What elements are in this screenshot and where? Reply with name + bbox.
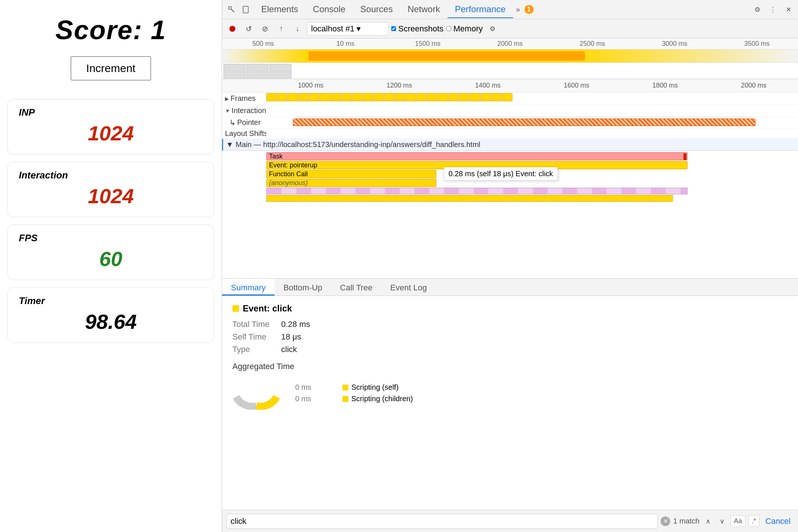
frame-block <box>438 93 448 101</box>
frame-block <box>341 93 352 101</box>
screenshots-option: Screenshots <box>391 24 443 34</box>
main-thread-expand-icon[interactable]: ▼ <box>226 140 233 149</box>
ruler-tick-2: 1500 ms <box>386 40 469 48</box>
frame-block <box>406 93 416 101</box>
self-time-val: 18 μs <box>281 332 301 342</box>
type-key: Type <box>232 345 277 354</box>
ruler-tick-1: 10 ms <box>304 40 387 48</box>
search-bar: ✕ 1 match ∧ ∨ Aa .* Cancel <box>222 510 798 532</box>
search-clear-button[interactable]: ✕ <box>661 516 670 526</box>
task-bar-task-label: Task <box>269 153 283 160</box>
tab-event-log[interactable]: Event Log <box>381 279 436 296</box>
tab-call-tree[interactable]: Call Tree <box>331 279 381 296</box>
tab-performance[interactable]: Performance <box>447 1 513 18</box>
device-icon[interactable] <box>239 3 252 16</box>
task-red-marker <box>683 153 686 160</box>
tab-sources[interactable]: Sources <box>353 1 400 18</box>
task-bar-task[interactable]: Task <box>266 152 688 160</box>
pointer-label: ↳ Pointer <box>222 117 266 129</box>
inp-card: INP 1024 <box>7 99 214 154</box>
tab-console[interactable]: Console <box>306 1 353 18</box>
frame-block <box>416 93 427 101</box>
tab-summary[interactable]: Summary <box>222 279 274 296</box>
pointer-bar <box>293 119 756 126</box>
ruler-tick-4: 2500 ms <box>551 40 634 48</box>
devtools-tab-bar: Elements Console Sources Network Perform… <box>254 1 533 18</box>
memory-checkbox[interactable] <box>446 26 451 31</box>
tab-network[interactable]: Network <box>400 1 447 18</box>
agg-content: 0 ms Scripting (self) 0 ms Scripting (ch… <box>232 376 788 410</box>
layout-shifts-label: Layout Shifts <box>222 128 266 139</box>
inp-value: 1024 <box>19 121 203 145</box>
devtools-toolbar-right: ⚙ ⋮ ✕ <box>751 3 795 16</box>
more-options-icon[interactable]: ⋮ <box>766 3 780 16</box>
search-next-button[interactable]: ∨ <box>716 516 727 527</box>
timeline-overview[interactable]: 500 ms 10 ms 1500 ms 2000 ms 2500 ms 300… <box>222 38 798 79</box>
case-sensitive-button[interactable]: Aa <box>730 515 745 527</box>
event-color-dot <box>232 305 239 312</box>
timer-card: Timer 98.64 <box>7 287 214 343</box>
frame-block <box>502 93 512 101</box>
aggregated-section: Aggregated Time 0 ms Scripting (self) <box>232 362 788 410</box>
task-bar-function[interactable]: Function Call <box>266 170 436 178</box>
tab-more[interactable]: » <box>513 2 523 17</box>
increment-button[interactable]: Increment <box>71 56 151 81</box>
cpu-bar <box>222 50 798 62</box>
frames-expand-icon[interactable]: ▶ <box>225 96 229 102</box>
score-display: Score: 1 <box>55 15 166 45</box>
legend-val-0: 0 ms <box>295 383 340 392</box>
task-bar-pointerup-label: Event: pointerup <box>269 161 317 169</box>
download-button[interactable]: ↓ <box>291 22 304 35</box>
url-label: localhost #1 <box>311 24 354 34</box>
legend-row-0: 0 ms Scripting (self) <box>295 383 413 392</box>
tab-bottom-up[interactable]: Bottom-Up <box>274 279 331 296</box>
task-bar-anonymous[interactable]: (anonymous) <box>266 179 436 187</box>
svg-line-1 <box>231 9 234 12</box>
close-icon[interactable]: ✕ <box>782 3 795 16</box>
frame-block <box>481 93 491 101</box>
ruler-tick-0: 500 ms <box>222 40 304 48</box>
legend-desc-0: Scripting (self) <box>351 383 399 392</box>
url-selector[interactable]: localhost #1 ▾ <box>307 22 388 35</box>
interactions-expand-icon[interactable]: ▼ <box>225 108 230 114</box>
task-bar-anonymous-label: (anonymous) <box>269 179 308 187</box>
search-cancel-button[interactable]: Cancel <box>763 515 794 528</box>
main-thread-label: Main — http://localhost:5173/understandi… <box>236 140 480 149</box>
self-time-row: Self Time 18 μs <box>232 332 788 342</box>
purple-bars-row <box>266 188 688 194</box>
frame-block <box>266 93 277 101</box>
perf-settings-icon[interactable]: ⚙ <box>486 22 499 35</box>
layout-shifts-row: Layout Shifts <box>222 129 798 139</box>
search-prev-button[interactable]: ∧ <box>702 516 713 527</box>
reload-button[interactable]: ↺ <box>242 22 255 35</box>
detail-tick-4: 1800 ms <box>621 82 709 89</box>
frame-block <box>470 93 480 101</box>
frames-label-text: Frames <box>231 94 256 103</box>
pointer-arrow-icon: ↳ <box>229 118 236 127</box>
tooltip-text: 0.28 ms (self 18 μs) <box>449 170 514 178</box>
event-title-text: Event: click <box>243 303 292 314</box>
detail-tick-1: 1200 ms <box>355 82 444 89</box>
record-button[interactable] <box>226 22 239 35</box>
upload-button[interactable]: ↑ <box>274 22 288 35</box>
frame-block <box>363 93 373 101</box>
timeline-main[interactable]: 1000 ms 1200 ms 1400 ms 1600 ms 1800 ms … <box>222 79 798 278</box>
interactions-label-text: Interactions <box>232 106 266 115</box>
screenshots-checkbox[interactable] <box>391 26 396 31</box>
tab-elements[interactable]: Elements <box>254 1 306 18</box>
detail-tick-5: 2000 ms <box>709 82 798 89</box>
frame-block <box>288 93 298 101</box>
legend-desc-1: Scripting (children) <box>351 395 413 403</box>
donut-chart <box>232 376 280 410</box>
clear-button[interactable]: ⊘ <box>258 22 272 35</box>
total-time-val: 0.28 ms <box>281 320 310 329</box>
regex-button[interactable]: .* <box>748 515 760 527</box>
perf-controls: ↺ ⊘ ↑ ↓ localhost #1 ▾ Screenshots Memor… <box>222 19 798 38</box>
frame-block <box>352 93 362 101</box>
inspect-icon[interactable] <box>225 3 238 16</box>
settings-icon[interactable]: ⚙ <box>751 3 764 16</box>
search-input[interactable] <box>226 514 658 529</box>
pointer-row: ↳ Pointer <box>222 117 798 129</box>
screenshot-thumb <box>224 64 246 79</box>
timer-value: 98.64 <box>19 310 203 334</box>
